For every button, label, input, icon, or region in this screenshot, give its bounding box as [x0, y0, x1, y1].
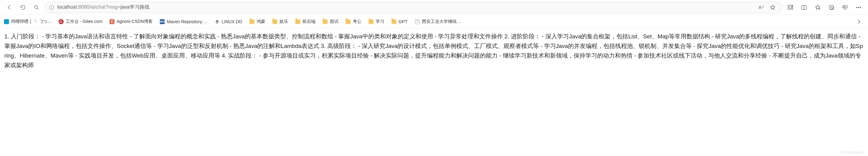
- svg-point-5: [858, 7, 859, 8]
- svg-point-0: [34, 5, 37, 8]
- menu-button[interactable]: [853, 2, 864, 13]
- collections-icon: [828, 4, 835, 10]
- folder-icon: [368, 19, 374, 25]
- bookmark-label: 学习: [376, 19, 384, 25]
- bookmark-label: 哔哩哔哩 (゜-゜)つ…: [11, 19, 52, 25]
- svg-point-10: [217, 21, 217, 21]
- svg-point-9: [217, 21, 217, 21]
- address-bar[interactable]: localhost:8080/ai/chat?msg=java学习路线 A⁾⁾: [45, 2, 782, 13]
- bookmarks-overflow-button[interactable]: [853, 19, 864, 25]
- star-plus-icon: [815, 4, 821, 10]
- bookmark-label: 考公: [353, 19, 362, 25]
- bookmark-linuxdo[interactable]: LINUX DO: [214, 19, 242, 25]
- refresh-button[interactable]: [18, 2, 29, 13]
- bookmark-label: 前后端: [303, 19, 315, 25]
- arrow-left-icon: [6, 4, 12, 10]
- svg-point-8: [216, 21, 218, 23]
- bookmark-yule[interactable]: 娱乐: [272, 19, 288, 25]
- bookmark-csdn[interactable]: CAgnoni-CSDN博客: [109, 19, 153, 25]
- bookmark-label: 西安工业大学继续…: [422, 19, 461, 25]
- site-info-icon[interactable]: [49, 5, 54, 10]
- browser-toolbar: localhost:8080/ai/chat?msg=java学习路线 A⁾⁾: [0, 0, 868, 15]
- page-content: 1. 入门阶段： - 学习基本的Java语法和语言特性 - 了解面向对象编程的概…: [0, 29, 868, 73]
- folder-icon: [249, 19, 255, 25]
- search-button[interactable]: [31, 2, 42, 13]
- folder-icon: [345, 19, 351, 25]
- folder-icon: [295, 19, 301, 25]
- bookmark-gitee[interactable]: G工作台 - Gitee.com: [58, 19, 102, 25]
- folder-icon: [272, 19, 278, 25]
- bookmark-label: 鸿蒙: [256, 19, 265, 25]
- star-icon: [770, 4, 776, 10]
- bookmark-label: Maven Repository:…: [167, 19, 208, 24]
- svg-point-4: [857, 7, 858, 8]
- bookmark-label: 面试: [330, 19, 338, 25]
- maven-favicon: MVN: [159, 19, 165, 25]
- svg-point-6: [860, 7, 861, 8]
- bookmark-label: 工作台 - Gitee.com: [66, 19, 102, 25]
- chevron-right-icon: [856, 19, 862, 25]
- bilibili-favicon: [4, 19, 9, 25]
- bookmark-xuexi[interactable]: 学习: [368, 19, 384, 25]
- read-aloud-icon[interactable]: A⁾⁾: [758, 5, 764, 10]
- address-host: localhost:8080/ai/chat?msg=java学习路线: [57, 4, 150, 10]
- csdn-favicon: C: [109, 19, 115, 25]
- bookmark-kaogong[interactable]: 考公: [345, 19, 362, 25]
- extensions-button[interactable]: [785, 2, 796, 13]
- refresh-icon: [20, 4, 26, 10]
- gitee-favicon: G: [58, 19, 64, 25]
- bookmark-xatu[interactable]: 西安工业大学继续…: [414, 19, 461, 25]
- collections-button[interactable]: [826, 2, 837, 13]
- search-icon: [33, 4, 40, 10]
- bookmark-label: LINUX DO: [222, 19, 242, 24]
- puzzle-icon: [787, 4, 794, 10]
- ellipsis-icon: [856, 4, 862, 10]
- back-button[interactable]: [4, 2, 15, 13]
- bookmark-bilibili[interactable]: 哔哩哔哩 (゜-゜)つ…: [4, 19, 52, 25]
- bookmark-hongmeng[interactable]: 鸿蒙: [249, 19, 265, 25]
- bookmark-gpt[interactable]: GPT: [391, 19, 408, 25]
- favorite-button[interactable]: [767, 2, 778, 13]
- heartbeat-icon: [842, 4, 848, 10]
- bookmark-maven[interactable]: MVNMaven Repository:…: [159, 19, 208, 25]
- split-icon: [801, 4, 807, 10]
- bookmark-label: Agnoni-CSDN博客: [117, 19, 153, 25]
- folder-icon: [322, 19, 328, 25]
- bookmark-label: 娱乐: [280, 19, 288, 25]
- folder-icon: [391, 19, 397, 25]
- favorites-button[interactable]: [812, 2, 823, 13]
- page-icon: [414, 19, 420, 25]
- bookmarks-bar: 哔哩哔哩 (゜-゜)つ…G工作台 - Gitee.comCAgnoni-CSDN…: [0, 15, 868, 29]
- penguin-icon: [214, 19, 220, 25]
- bookmark-label: GPT: [399, 19, 408, 24]
- bookmark-mianshi[interactable]: 面试: [322, 19, 338, 25]
- split-screen-button[interactable]: [799, 2, 810, 13]
- bookmark-qianhou[interactable]: 前后端: [295, 19, 315, 25]
- performance-button[interactable]: [839, 2, 850, 13]
